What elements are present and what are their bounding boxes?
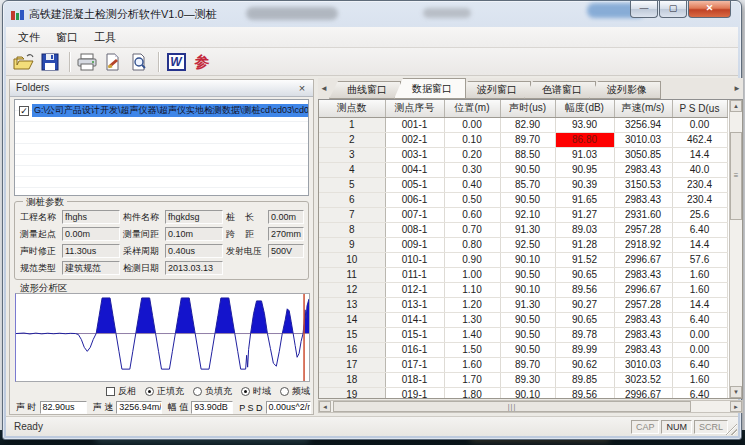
table-cell[interactable]: 011-1 <box>385 267 444 282</box>
table-row[interactable]: 13013-11.2091.3090.272957.2814.4 <box>319 297 727 312</box>
table-cell[interactable]: 2957.28 <box>614 297 672 312</box>
word-export-button[interactable]: W <box>164 50 188 74</box>
column-header[interactable]: 声速(m/s) <box>614 100 672 117</box>
table-cell[interactable]: 90.65 <box>555 312 614 327</box>
panel-close-icon[interactable]: × <box>295 81 309 95</box>
horizontal-scrollbar[interactable]: ◄ ||| ► <box>318 400 743 413</box>
table-cell[interactable]: 003-1 <box>385 147 444 162</box>
table-cell[interactable]: 17 <box>319 357 385 372</box>
table-cell[interactable]: 0.00 <box>672 327 727 342</box>
table-cell[interactable]: 25.6 <box>672 207 727 222</box>
table-cell[interactable]: 14.4 <box>672 237 727 252</box>
table-cell[interactable]: 11 <box>319 267 385 282</box>
table-cell[interactable]: 0.80 <box>444 237 500 252</box>
table-cell[interactable]: 91.30 <box>500 297 555 312</box>
table-cell[interactable]: 14.4 <box>672 147 727 162</box>
table-cell[interactable]: 009-1 <box>385 237 444 252</box>
checkbox-icon[interactable] <box>106 387 115 396</box>
table-cell[interactable]: 90.10 <box>500 252 555 267</box>
radio-icon[interactable] <box>280 387 289 396</box>
column-header[interactable]: 测点数 <box>319 100 385 117</box>
table-cell[interactable]: 89.30 <box>500 372 555 387</box>
tab-wave-train-window[interactable]: 波列窗口 <box>459 81 531 99</box>
table-row[interactable]: 6006-10.5090.5091.652983.43230.4 <box>319 192 727 207</box>
table-row[interactable]: 2002-10.1089.7086.803010.03462.4 <box>319 132 727 147</box>
table-row[interactable]: 5005-10.4085.7090.393150.53230.4 <box>319 177 727 192</box>
table-cell[interactable]: 15 <box>319 327 385 342</box>
close-button[interactable]: ✕ <box>688 1 731 18</box>
tab-wave-train-image[interactable]: 波列影像 <box>589 81 661 99</box>
table-cell[interactable]: 1.60 <box>444 357 500 372</box>
table-cell[interactable]: 14 <box>319 312 385 327</box>
tab-spectrum-window[interactable]: 色谱窗口 <box>524 81 596 99</box>
table-cell[interactable]: 88.50 <box>500 147 555 162</box>
table-cell[interactable]: 19 <box>319 387 385 399</box>
print-setup-button[interactable] <box>101 50 125 74</box>
save-button[interactable] <box>38 50 62 74</box>
table-cell[interactable]: 40.0 <box>672 162 727 177</box>
table-cell[interactable]: 018-1 <box>385 372 444 387</box>
table-cell[interactable]: 2983.43 <box>614 327 672 342</box>
table-cell[interactable]: 6.40 <box>672 222 727 237</box>
table-cell[interactable]: 14.4 <box>672 297 727 312</box>
table-cell[interactable]: 1.50 <box>444 342 500 357</box>
column-header[interactable]: 位置(m) <box>444 100 500 117</box>
print-button[interactable] <box>75 50 99 74</box>
table-cell[interactable]: 90.50 <box>500 327 555 342</box>
table-cell[interactable]: 017-1 <box>385 357 444 372</box>
table-cell[interactable]: 002-1 <box>385 132 444 147</box>
table-cell[interactable]: 0.40 <box>444 177 500 192</box>
table-cell[interactable]: 89.70 <box>500 357 555 372</box>
invert-checkbox[interactable]: 反相 <box>106 385 136 398</box>
table-row[interactable]: 11011-11.0090.5090.652983.431.60 <box>319 267 727 282</box>
table-cell[interactable]: 13 <box>319 297 385 312</box>
table-cell[interactable]: 1.40 <box>444 327 500 342</box>
table-row[interactable]: 19019-11.8090.1089.562996.676.40 <box>319 387 727 399</box>
table-cell[interactable]: 3010.03 <box>614 132 672 147</box>
table-cell[interactable]: 3010.03 <box>614 357 672 372</box>
table-cell[interactable]: 3256.94 <box>614 117 672 132</box>
table-cell[interactable]: 2983.43 <box>614 267 672 282</box>
table-cell[interactable]: 010-1 <box>385 252 444 267</box>
table-cell[interactable]: 2983.43 <box>614 342 672 357</box>
table-cell[interactable]: 86.80 <box>555 132 614 147</box>
scroll-down-icon[interactable]: ▼ <box>730 386 742 398</box>
table-cell[interactable]: 90.39 <box>555 177 614 192</box>
table-cell[interactable]: 230.4 <box>672 192 727 207</box>
table-cell[interactable]: 2957.28 <box>614 222 672 237</box>
table-cell[interactable]: 90.50 <box>500 192 555 207</box>
table-cell[interactable]: 91.27 <box>555 207 614 222</box>
table-cell[interactable]: 2983.43 <box>614 162 672 177</box>
table-row[interactable]: 1001-10.0082.9093.903256.940.00 <box>319 117 727 132</box>
radio-option[interactable]: 频域 <box>280 385 310 398</box>
tree-item-path[interactable]: G:\公司产品设计开发\超声仪器\超声仪实地检测数据\测桩cd\cd03\cd0… <box>32 104 308 117</box>
table-cell[interactable]: 90.27 <box>555 297 614 312</box>
table-cell[interactable]: 90.50 <box>500 267 555 282</box>
table-cell[interactable]: 9 <box>319 237 385 252</box>
table-cell[interactable]: 0.00 <box>672 117 727 132</box>
table-cell[interactable]: 10 <box>319 252 385 267</box>
table-cell[interactable]: 91.03 <box>555 147 614 162</box>
table-cell[interactable]: 012-1 <box>385 282 444 297</box>
table-row[interactable]: 16016-11.5090.5089.992983.430.00 <box>319 342 727 357</box>
column-header[interactable]: 幅度(dB) <box>555 100 614 117</box>
table-cell[interactable]: 92.50 <box>500 237 555 252</box>
table-cell[interactable]: 013-1 <box>385 297 444 312</box>
table-cell[interactable]: 89.03 <box>555 222 614 237</box>
table-cell[interactable]: 2918.92 <box>614 237 672 252</box>
table-row[interactable]: 3003-10.2088.5091.033050.8514.4 <box>319 147 727 162</box>
table-cell[interactable]: 85.70 <box>500 177 555 192</box>
table-cell[interactable]: 462.4 <box>672 132 727 147</box>
table-cell[interactable]: 93.90 <box>555 117 614 132</box>
minimize-button[interactable]: — <box>630 1 658 18</box>
table-cell[interactable]: 90.50 <box>500 162 555 177</box>
radio-icon[interactable] <box>241 387 250 396</box>
table-row[interactable]: 17017-11.6089.7090.623010.036.40 <box>319 357 727 372</box>
table-cell[interactable]: 6.40 <box>672 357 727 372</box>
menu-item-window[interactable]: 窗口 <box>48 28 86 47</box>
table-cell[interactable]: 1.00 <box>444 267 500 282</box>
table-cell[interactable]: 91.28 <box>555 237 614 252</box>
column-header[interactable]: P S D(us <box>672 100 727 117</box>
table-cell[interactable]: 1.10 <box>444 282 500 297</box>
radio-icon[interactable] <box>145 387 154 396</box>
